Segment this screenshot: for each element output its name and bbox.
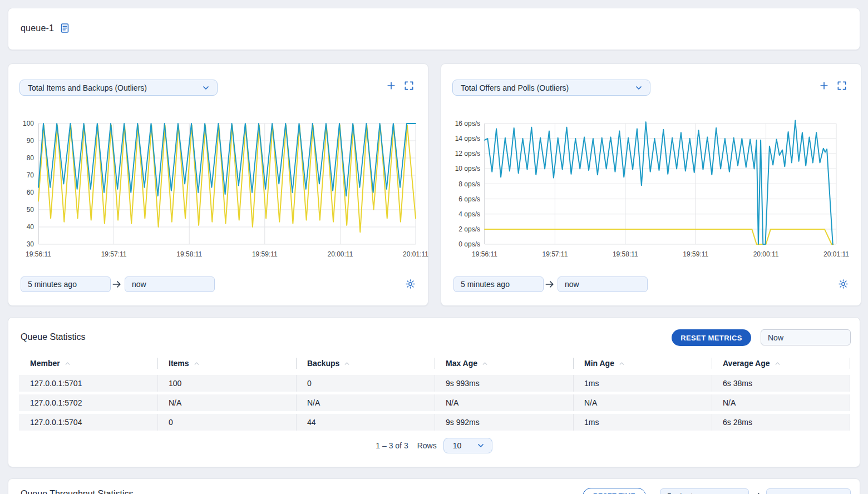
table-cell: N/A [296, 394, 435, 411]
svg-text:70: 70 [27, 171, 34, 179]
add-chart-icon[interactable] [386, 80, 397, 91]
svg-text:4 ops/s: 4 ops/s [458, 210, 480, 218]
table-cell: 9s 992ms [435, 414, 573, 431]
table-cell: 9s 993ms [435, 375, 573, 392]
pagination: 1 – 3 of 3 Rows 10 [8, 438, 860, 453]
rows-per-page-select[interactable]: 10 [443, 438, 492, 453]
time-to-input[interactable]: now [558, 276, 648, 292]
sort-icon [618, 360, 625, 367]
table-cell: 127.0.0.1:5704 [19, 414, 157, 431]
queue-statistics-table: MemberItemsBackupsMax AgeMin AgeAverage … [19, 354, 850, 431]
table-cell: 100 [157, 375, 296, 392]
column-header-items[interactable]: Items [157, 354, 296, 372]
svg-text:19:58:11: 19:58:11 [176, 250, 202, 258]
svg-text:30: 30 [27, 240, 34, 248]
chevron-down-icon [634, 83, 643, 92]
time-from-value: 5 minutes ago [28, 280, 77, 289]
chevron-down-icon [476, 441, 485, 450]
metrics-time-input[interactable]: Now [761, 329, 851, 345]
svg-text:14 ops/s: 14 ops/s [455, 135, 480, 142]
queue-statistics-card: Queue Statistics RESET METRICS Now Membe… [8, 317, 860, 467]
svg-text:20:01:11: 20:01:11 [403, 250, 428, 258]
svg-text:19:57:11: 19:57:11 [101, 250, 127, 258]
table-cell: 0 [157, 414, 296, 431]
column-header-label: Min Age [584, 359, 614, 368]
arrow-right-icon [111, 279, 122, 290]
svg-text:10 ops/s: 10 ops/s [455, 165, 480, 172]
sort-icon [343, 360, 351, 367]
column-header-max-age[interactable]: Max Age [435, 354, 573, 372]
time-from-input[interactable]: 5 minutes ago [453, 276, 544, 292]
column-header-member[interactable]: Member [19, 354, 157, 372]
section-title: Queue Throughput Statistics [21, 489, 134, 494]
svg-text:20:00:11: 20:00:11 [327, 250, 353, 258]
column-header-backups[interactable]: Backups [296, 354, 435, 372]
fullscreen-icon[interactable] [403, 80, 415, 91]
time-to-value: now [773, 492, 788, 494]
metric-select-label: Total Items and Backups (Outliers) [28, 83, 147, 92]
line-chart-items-backups: 3040506070809010019:56:1119:57:1119:58:1… [17, 116, 418, 262]
column-header-label: Member [30, 359, 60, 368]
time-to-input[interactable]: now [125, 276, 215, 292]
svg-text:8 ops/s: 8 ops/s [458, 180, 480, 188]
table-header-row: MemberItemsBackupsMax AgeMin AgeAverage … [19, 354, 850, 372]
svg-text:50: 50 [27, 206, 34, 214]
svg-text:20:01:11: 20:01:11 [823, 250, 849, 258]
document-icon[interactable] [60, 23, 70, 33]
page-header-card: queue-1 [8, 8, 860, 50]
table-cell: 44 [296, 414, 435, 431]
table-cell: 127.0.0.1:5701 [19, 375, 157, 392]
time-from-value: 5 minutes ago [667, 492, 716, 494]
reset-metrics-button[interactable]: RESET METRICS [672, 329, 751, 346]
svg-text:40: 40 [27, 223, 34, 231]
column-header-average-age[interactable]: Average Age [712, 354, 850, 372]
table-cell: 127.0.0.1:5702 [19, 394, 157, 411]
rows-per-page-value: 10 [453, 441, 462, 450]
chevron-down-icon [201, 83, 210, 92]
metric-select-items-backups[interactable]: Total Items and Backups (Outliers) [19, 80, 218, 96]
chart-panel-items-backups: Total Items and Backups (Outliers) 30405… [8, 63, 428, 306]
svg-text:2 ops/s: 2 ops/s [458, 225, 480, 233]
table-cell: 6s 38ms [712, 375, 850, 392]
pagination-range: 1 – 3 of 3 [376, 441, 408, 450]
column-header-label: Backups [307, 359, 339, 368]
column-header-label: Items [169, 359, 189, 368]
time-from-value: 5 minutes ago [461, 280, 510, 289]
rows-label: Rows [417, 441, 437, 450]
table-cell: N/A [435, 394, 573, 411]
page-title: queue-1 [21, 23, 54, 33]
metric-select-offers-polls[interactable]: Total Offers and Polls (Outliers) [452, 80, 650, 96]
gear-icon[interactable] [405, 279, 416, 289]
sort-icon [193, 360, 200, 367]
svg-text:90: 90 [27, 137, 34, 145]
column-header-min-age[interactable]: Min Age [573, 354, 712, 372]
section-title: Queue Statistics [21, 332, 86, 342]
chart-panel-offers-polls: Total Offers and Polls (Outliers) 0 ops/… [441, 63, 861, 306]
svg-text:19:58:11: 19:58:11 [613, 250, 638, 258]
svg-text:19:59:11: 19:59:11 [683, 250, 708, 258]
time-from-input[interactable]: 5 minutes ago [660, 488, 749, 494]
fullscreen-icon[interactable] [836, 80, 847, 91]
table-cell: 1ms [573, 375, 712, 392]
svg-text:19:56:11: 19:56:11 [26, 250, 51, 258]
svg-text:19:59:11: 19:59:11 [252, 250, 278, 258]
svg-text:0 ops/s: 0 ops/s [458, 240, 480, 248]
table-row: 127.0.0.1:570110009s 993ms1ms6s 38ms [19, 375, 850, 392]
table-cell: 1ms [573, 414, 712, 431]
svg-text:19:56:11: 19:56:11 [472, 250, 497, 258]
line-chart-offers-polls: 0 ops/s2 ops/s4 ops/s6 ops/s8 ops/s10 op… [450, 116, 840, 262]
add-chart-icon[interactable] [818, 80, 830, 91]
table-row: 127.0.0.1:57040449s 992ms1ms6s 28ms [19, 414, 850, 431]
time-from-input[interactable]: 5 minutes ago [21, 276, 111, 292]
svg-text:19:57:11: 19:57:11 [542, 250, 568, 258]
time-to-value: now [565, 280, 579, 289]
reset-time-button[interactable]: RESET TIME [583, 488, 646, 494]
column-header-label: Average Age [723, 359, 770, 368]
svg-text:100: 100 [23, 120, 34, 127]
time-to-input[interactable]: now [766, 488, 851, 494]
svg-text:12 ops/s: 12 ops/s [455, 150, 480, 157]
table-row: 127.0.0.1:5702N/AN/AN/AN/AN/A [19, 394, 850, 411]
table-body: 127.0.0.1:570110009s 993ms1ms6s 38ms127.… [19, 375, 850, 431]
table-cell: N/A [573, 394, 712, 411]
gear-icon[interactable] [838, 279, 849, 289]
